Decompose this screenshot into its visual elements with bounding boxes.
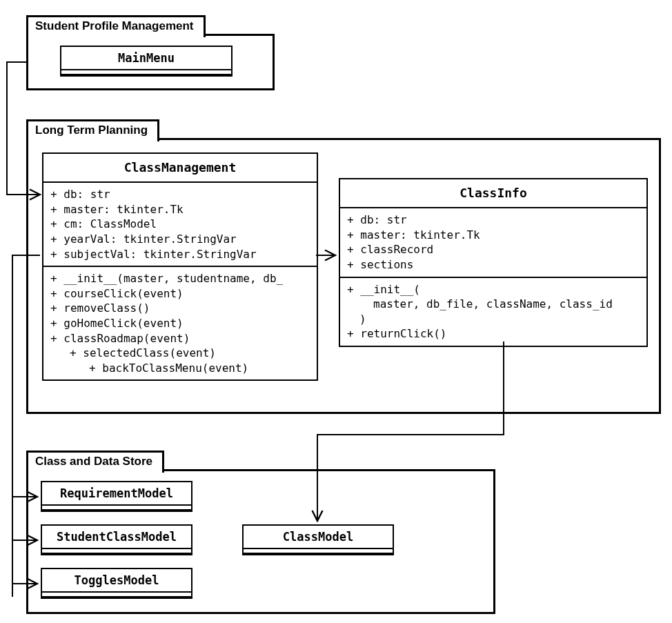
class-classinfo: ClassInfo + db: str + master: tkinter.Tk… [339,178,648,347]
class-togglesmodel-title: TogglesModel [42,569,191,590]
class-studentclassmodel-title: StudentClassModel [42,526,191,546]
class-mainmenu: MainMenu [60,46,233,77]
class-studentclassmodel: StudentClassModel [41,524,192,555]
package-cds-tab: Class and Data Store [26,451,164,473]
class-classmodel-title: ClassModel [244,526,393,546]
class-classinfo-methods: + __init__(master, db_file, className, c… [340,278,646,346]
package-spm-tab: Student Profile Management [26,15,206,37]
class-classmanagement-methods: + __init__(master, studentname, db_+ cou… [43,267,317,379]
class-requirementmodel: RequirementModel [41,481,192,512]
package-spm-body: Student Profile Management MainMenu [26,34,275,90]
class-classinfo-title: ClassInfo [340,179,646,208]
class-requirementmodel-title: RequirementModel [42,482,191,503]
class-classmanagement-fields: + db: str + master: tkinter.Tk + cm: Cla… [43,183,317,266]
class-classmanagement: ClassManagement + db: str + master: tkin… [42,152,318,381]
class-classmanagement-title: ClassManagement [43,154,317,183]
class-classmodel: ClassModel [242,524,394,555]
class-togglesmodel: TogglesModel [41,568,192,599]
uml-canvas: Student Profile Management MainMenu Long… [0,0,672,623]
class-mainmenu-title: MainMenu [61,47,231,68]
package-ltp-tab: Long Term Planning [26,119,159,141]
package-ltp-body: Long Term Planning ClassManagement + db:… [26,138,661,414]
package-cds-body: Class and Data Store RequirementModel St… [26,469,495,614]
class-classinfo-fields: + db: str + master: tkinter.Tk + classRe… [340,208,646,276]
